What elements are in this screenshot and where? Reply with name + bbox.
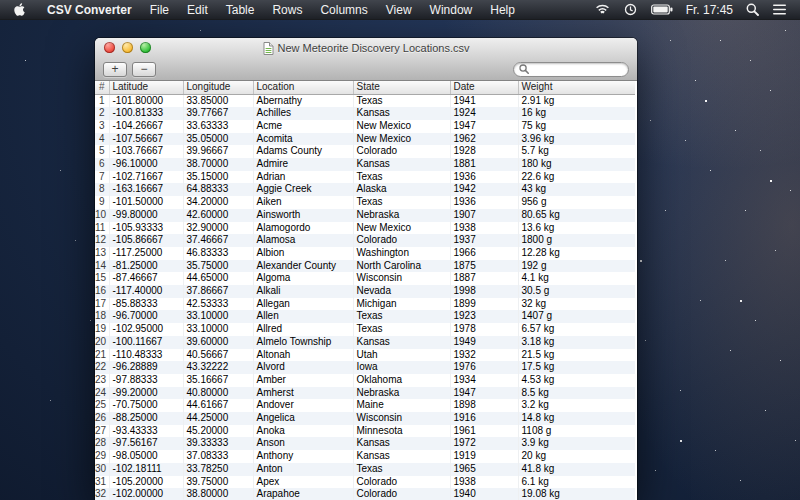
- cell-state[interactable]: New Mexico: [353, 133, 450, 146]
- cell-state[interactable]: Texas: [353, 463, 450, 476]
- cell-weight[interactable]: 20 kg: [518, 450, 635, 463]
- cell-latitude[interactable]: -102.71667: [109, 171, 183, 184]
- row-number-cell[interactable]: 18: [95, 310, 109, 323]
- close-button[interactable]: [104, 42, 115, 53]
- cell-weight[interactable]: 3.96 kg: [518, 133, 635, 146]
- cell-location[interactable]: Andover: [253, 399, 353, 412]
- cell-latitude[interactable]: -105.86667: [109, 234, 183, 247]
- table-row[interactable]: 14-81.2500035.75000Alexander CountyNorth…: [95, 260, 635, 273]
- cell-latitude[interactable]: -102.18111: [109, 463, 183, 476]
- cell-state[interactable]: Nebraska: [353, 387, 450, 400]
- cell-state[interactable]: Wisconsin: [353, 272, 450, 285]
- cell-longitude[interactable]: 35.75000: [183, 260, 253, 273]
- table-row[interactable]: 9-101.5000034.20000AikenTexas1936956 g: [95, 196, 635, 209]
- menu-help[interactable]: Help: [481, 0, 524, 20]
- cell-longitude[interactable]: 34.20000: [183, 196, 253, 209]
- table-row[interactable]: 15-87.4666744.65000AlgomaWisconsin18874.…: [95, 272, 635, 285]
- cell-latitude[interactable]: -104.26667: [109, 120, 183, 133]
- cell-state[interactable]: Utah: [353, 349, 450, 362]
- cell-date[interactable]: 1949: [450, 336, 518, 349]
- cell-weight[interactable]: 4.1 kg: [518, 272, 635, 285]
- cell-latitude[interactable]: -70.75000: [109, 399, 183, 412]
- time-machine-icon[interactable]: [617, 3, 644, 16]
- cell-weight[interactable]: 8.5 kg: [518, 387, 635, 400]
- cell-state[interactable]: Colorado: [353, 476, 450, 489]
- cell-location[interactable]: Acme: [253, 120, 353, 133]
- cell-state[interactable]: North Carolina: [353, 260, 450, 273]
- table-row[interactable]: 1-101.8000033.85000AbernathyTexas19412.9…: [95, 94, 635, 107]
- cell-longitude[interactable]: 33.63333: [183, 120, 253, 133]
- cell-location[interactable]: Alkali: [253, 285, 353, 298]
- cell-weight[interactable]: 41.8 kg: [518, 463, 635, 476]
- cell-date[interactable]: 1928: [450, 145, 518, 158]
- row-number-cell[interactable]: 32: [95, 488, 109, 500]
- cell-latitude[interactable]: -110.48333: [109, 349, 183, 362]
- cell-latitude[interactable]: -100.11667: [109, 336, 183, 349]
- cell-date[interactable]: 1898: [450, 399, 518, 412]
- cell-date[interactable]: 1936: [450, 171, 518, 184]
- table-row[interactable]: 22-96.2888943.32222AlvordIowa197617.5 kg: [95, 361, 635, 374]
- cell-date[interactable]: 1966: [450, 247, 518, 260]
- cell-date[interactable]: 1940: [450, 488, 518, 500]
- wifi-icon[interactable]: [588, 4, 617, 15]
- table-row[interactable]: 16-117.4000037.86667AlkaliNevada199830.5…: [95, 285, 635, 298]
- cell-latitude[interactable]: -98.05000: [109, 450, 183, 463]
- cell-state[interactable]: Texas: [353, 171, 450, 184]
- cell-date[interactable]: 1916: [450, 412, 518, 425]
- row-number-cell[interactable]: 22: [95, 361, 109, 374]
- row-number-cell[interactable]: 16: [95, 285, 109, 298]
- row-number-cell[interactable]: 11: [95, 222, 109, 235]
- cell-weight[interactable]: 1108 g: [518, 425, 635, 438]
- table-row[interactable]: 25-70.7500044.61667AndoverMaine18983.2 k…: [95, 399, 635, 412]
- cell-latitude[interactable]: -117.25000: [109, 247, 183, 260]
- cell-location[interactable]: Allen: [253, 310, 353, 323]
- row-number-cell[interactable]: 1: [95, 94, 109, 107]
- cell-location[interactable]: Allegan: [253, 298, 353, 311]
- table-row[interactable]: 8-163.1666764.88333Aggie CreekAlaska1942…: [95, 183, 635, 196]
- cell-date[interactable]: 1919: [450, 450, 518, 463]
- cell-weight[interactable]: 4.53 kg: [518, 374, 635, 387]
- column-header-longitude[interactable]: Longitude: [183, 81, 253, 94]
- cell-longitude[interactable]: 35.15000: [183, 171, 253, 184]
- table-row[interactable]: 18-96.7000033.10000AllenTexas19231407 g: [95, 310, 635, 323]
- row-number-cell[interactable]: 31: [95, 476, 109, 489]
- row-number-cell[interactable]: 5: [95, 145, 109, 158]
- cell-state[interactable]: Maine: [353, 399, 450, 412]
- row-number-cell[interactable]: 30: [95, 463, 109, 476]
- cell-weight[interactable]: 32 kg: [518, 298, 635, 311]
- cell-latitude[interactable]: -93.43333: [109, 425, 183, 438]
- cell-latitude[interactable]: -96.70000: [109, 310, 183, 323]
- row-number-cell[interactable]: 14: [95, 260, 109, 273]
- cell-state[interactable]: Nevada: [353, 285, 450, 298]
- cell-longitude[interactable]: 46.83333: [183, 247, 253, 260]
- cell-weight[interactable]: 6.57 kg: [518, 323, 635, 336]
- apple-menu[interactable]: [0, 2, 38, 17]
- cell-weight[interactable]: 3.18 kg: [518, 336, 635, 349]
- column-header-state[interactable]: State: [353, 81, 450, 94]
- cell-latitude[interactable]: -96.10000: [109, 158, 183, 171]
- cell-latitude[interactable]: -97.56167: [109, 437, 183, 450]
- row-number-cell[interactable]: 6: [95, 158, 109, 171]
- menu-columns[interactable]: Columns: [311, 0, 376, 20]
- cell-state[interactable]: Texas: [353, 196, 450, 209]
- cell-weight[interactable]: 1800 g: [518, 234, 635, 247]
- cell-longitude[interactable]: 37.08333: [183, 450, 253, 463]
- cell-state[interactable]: Iowa: [353, 361, 450, 374]
- table-row[interactable]: 21-110.4833340.56667AltonahUtah193221.5 …: [95, 349, 635, 362]
- table-row[interactable]: 6-96.1000038.70000AdmireKansas1881180 kg: [95, 158, 635, 171]
- menu-bar-clock[interactable]: Fr. 17:45: [680, 3, 739, 17]
- cell-state[interactable]: Colorado: [353, 234, 450, 247]
- battery-icon[interactable]: [644, 4, 680, 15]
- menu-view[interactable]: View: [377, 0, 421, 20]
- cell-weight[interactable]: 19.08 kg: [518, 488, 635, 500]
- cell-date[interactable]: 1937: [450, 234, 518, 247]
- cell-latitude[interactable]: -103.76667: [109, 145, 183, 158]
- cell-location[interactable]: Alexander County: [253, 260, 353, 273]
- cell-latitude[interactable]: -101.50000: [109, 196, 183, 209]
- cell-state[interactable]: Kansas: [353, 107, 450, 120]
- cell-weight[interactable]: 30.5 g: [518, 285, 635, 298]
- table-row[interactable]: 20-100.1166739.60000Almelo TownshipKansa…: [95, 336, 635, 349]
- cell-latitude[interactable]: -96.28889: [109, 361, 183, 374]
- cell-longitude[interactable]: 40.80000: [183, 387, 253, 400]
- cell-longitude[interactable]: 39.96667: [183, 145, 253, 158]
